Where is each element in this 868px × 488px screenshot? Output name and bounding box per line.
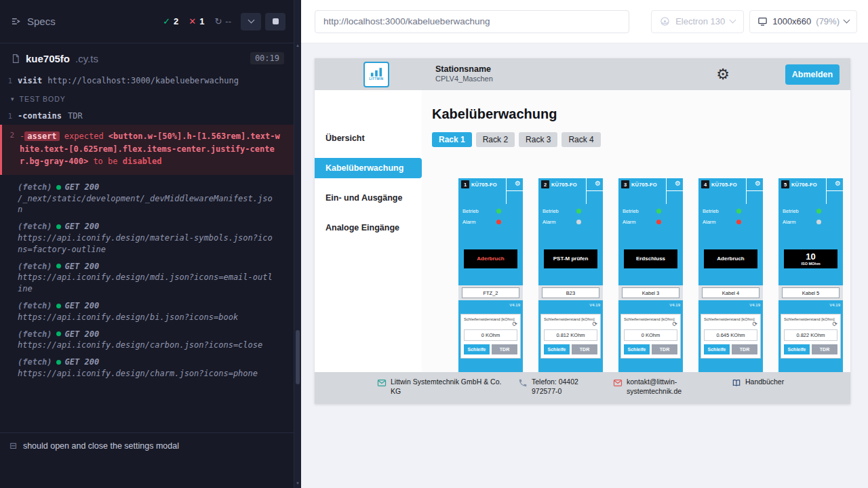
refresh-icon[interactable]: ⟳	[672, 321, 677, 328]
alarm-label: Alarm	[783, 219, 796, 225]
fetch-url: https://api.iconify.design/mdi.json?icon…	[18, 272, 275, 295]
email-icon	[377, 378, 387, 388]
status-ok-dot	[56, 264, 61, 268]
network-log-entry[interactable]: (fetch)GET 200 /_next/static/development…	[0, 179, 294, 218]
network-log-entry[interactable]: (fetch)GET 200 https://api.iconify.desig…	[0, 258, 294, 298]
tab-rack-2[interactable]: Rack 2	[476, 132, 515, 147]
device-card: 2 KÜ705-FO ⚙ Betrieb Alarm PST-M prüfen	[538, 178, 603, 382]
alarm-led	[576, 220, 581, 224]
stop-button[interactable]	[265, 13, 285, 30]
network-log-entry[interactable]: (fetch)GET 200 https://api.iconify.desig…	[0, 326, 294, 354]
resistance-label: Schleifenwiderstand [kOhm]	[704, 317, 757, 321]
tab-rack-1[interactable]: Rack 1	[432, 132, 472, 147]
alarm-label: Alarm	[462, 219, 476, 225]
status-ok-dot	[56, 360, 61, 365]
passed-count: 2	[174, 16, 178, 26]
status-ok-dot	[56, 224, 61, 229]
url-input[interactable]	[315, 10, 629, 33]
tdr-button[interactable]: TDR	[492, 344, 517, 354]
sidebar-item-analoge-eingaenge[interactable]: Analoge Eingänge	[315, 218, 422, 238]
device-cards: 1 KÜ705-FO ⚙ Betrieb Alarm Aderbruch	[458, 178, 850, 382]
alarm-led	[496, 220, 501, 224]
device-model: KÜ705-FO	[631, 182, 657, 188]
gear-icon[interactable]: ⚙	[835, 180, 841, 187]
device-model: KÜ705-FO	[551, 182, 577, 188]
spec-title-row[interactable]: kue705fo.cy.ts 00:19	[0, 43, 294, 73]
tab-rack-3[interactable]: Rack 3	[519, 132, 557, 147]
device-card: 5 KÜ706-FO ⚙ Betrieb Alarm 10ISO MOhm	[778, 178, 843, 382]
gear-icon[interactable]: ⚙	[675, 180, 681, 187]
spec-name: kue705fo	[26, 53, 70, 64]
fetch-url: /_next/static/development/_devMiddleware…	[18, 193, 275, 216]
sidebar-item-ein-und-ausgaenge[interactable]: Ein- und Ausgänge	[315, 188, 422, 208]
cable-name-field[interactable]: FTZ_2	[462, 287, 519, 298]
alarm-label: Alarm	[703, 219, 716, 225]
cable-name-field[interactable]: B23	[542, 287, 599, 298]
device-number: 1	[461, 180, 469, 188]
scrollbar-thumb[interactable]	[296, 330, 300, 384]
footer-phone[interactable]: Telefon: 04402 972577-0	[518, 378, 605, 396]
tdr-button[interactable]: TDR	[812, 344, 837, 354]
tdr-button[interactable]: TDR	[732, 344, 757, 354]
network-log-entry[interactable]: (fetch)GET 200 https://api.iconify.desig…	[0, 354, 294, 382]
gear-icon[interactable]: ⚙	[755, 180, 761, 187]
footer-email[interactable]: kontakt@littwin-systemtechnik.de	[613, 378, 694, 396]
assert-mid: to be	[93, 157, 117, 166]
visit-command[interactable]: 1 visithttp://localhost:3000/kabelueberw…	[0, 73, 294, 88]
schleife-button[interactable]: Schleife	[464, 344, 490, 354]
contains-command[interactable]: 1 -containsTDR	[0, 108, 294, 123]
pending-count: --	[225, 16, 231, 26]
tab-rack-4[interactable]: Rack 4	[561, 132, 600, 147]
sidebar-item-kabelueberwachung[interactable]: Kabelüberwachung	[315, 158, 422, 178]
tdr-button[interactable]: TDR	[572, 344, 597, 354]
firmware-version: V4.19	[458, 300, 523, 310]
resistance-value: 0.645 KOhm	[704, 329, 757, 341]
scroll-down-arrow[interactable]: ▼	[294, 481, 301, 485]
test-stats: ✓2 ✕1 ↻--	[163, 16, 231, 26]
refresh-icon[interactable]: ⟳	[512, 321, 517, 328]
refresh-icon[interactable]: ⟳	[592, 321, 597, 328]
status-ok-dot	[56, 304, 61, 308]
schleife-button[interactable]: Schleife	[704, 344, 730, 354]
gear-icon[interactable]: ⚙	[595, 180, 601, 187]
next-test-title: should open and close the settings modal	[23, 441, 179, 451]
failed-assert-command[interactable]: 2 -assert expected <button.w-[50%].h-[1.…	[0, 125, 294, 175]
alarm-led	[736, 220, 741, 224]
reporter-scrollbar[interactable]: ▲ ▼	[294, 0, 301, 488]
specs-button[interactable]: Specs	[11, 16, 56, 27]
cable-name-field[interactable]: Kabel 5	[782, 287, 840, 298]
cable-name-field[interactable]: Kabel 3	[622, 287, 679, 298]
cable-name-field[interactable]: Kabel 4	[702, 287, 760, 298]
alarm-label: Alarm	[542, 219, 556, 225]
network-log-entry[interactable]: (fetch)GET 200 https://api.iconify.desig…	[0, 218, 294, 258]
refresh-icon[interactable]: ⟳	[832, 321, 837, 328]
assert-expected: expected	[64, 131, 104, 141]
scroll-up-arrow[interactable]: ▲	[294, 43, 301, 47]
mail-icon	[613, 378, 623, 388]
footer-manuals-link[interactable]: Handbücher	[732, 378, 784, 388]
refresh-icon[interactable]: ⟳	[752, 321, 757, 328]
reporter-panel: Specs ✓2 ✕1 ↻-- kue705fo.cy.ts 00:19 1 v…	[0, 0, 294, 488]
command-name: visit	[18, 76, 42, 85]
test-body-section[interactable]: ▾ TEST BODY	[0, 88, 294, 108]
passed-icon: ✓	[163, 16, 170, 26]
settings-gear-icon[interactable]: ⚙	[716, 67, 730, 82]
next-test-row[interactable]: ⊟ should open and close the settings mod…	[0, 432, 294, 458]
browser-select[interactable]: Electron 130	[651, 10, 744, 33]
logout-button[interactable]: Abmelden	[785, 64, 840, 85]
tdr-button[interactable]: TDR	[652, 344, 677, 354]
sidebar-item-uebersicht[interactable]: Übersicht	[315, 128, 422, 148]
spec-file-icon	[11, 54, 20, 64]
fetch-label: (fetch)	[18, 357, 52, 368]
schleife-button[interactable]: Schleife	[544, 344, 570, 354]
stop-icon	[273, 18, 279, 24]
book-icon	[732, 378, 741, 388]
viewport-select[interactable]: 1000x660 (79%)	[749, 10, 857, 33]
schleife-button[interactable]: Schleife	[784, 344, 810, 354]
schleife-button[interactable]: Schleife	[624, 344, 650, 354]
betrieb-label: Betrieb	[462, 208, 479, 214]
collapse-button[interactable]	[241, 13, 261, 30]
network-log-entry[interactable]: (fetch)GET 200 https://api.iconify.desig…	[0, 298, 294, 326]
app-footer: Littwin Systemtechnik GmbH & Co. KG Tele…	[315, 372, 850, 404]
gear-icon[interactable]: ⚙	[515, 180, 521, 187]
